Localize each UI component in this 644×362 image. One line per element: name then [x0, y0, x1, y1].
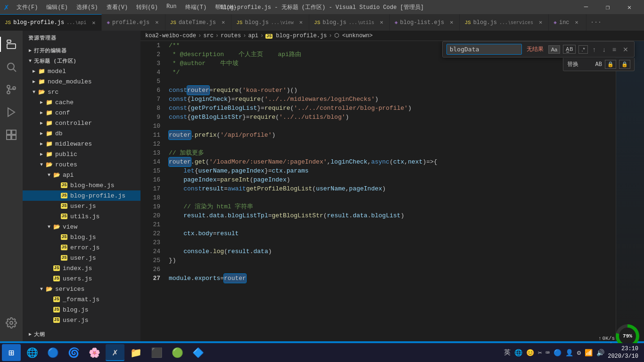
tree-item-db[interactable]: ▶ 📁 db: [23, 128, 140, 139]
tree-item-routes[interactable]: ▼ 📂 routes: [23, 159, 140, 170]
taskbar-app3[interactable]: 🌀: [64, 344, 83, 361]
tab-blog-utils[interactable]: JS blog.js ...∖utils ✕: [309, 14, 390, 31]
code-editor[interactable]: /** * @description 个人主页 api路由 * @author …: [164, 41, 616, 341]
tree-item-view[interactable]: ▼ 📂 view: [23, 222, 140, 232]
breadcrumb-part[interactable]: api: [248, 33, 258, 39]
taskbar-terminal[interactable]: ⬛: [147, 344, 166, 361]
section-npm[interactable]: ▶ NPM 脚本: [23, 339, 140, 341]
find-prev-button[interactable]: ↑: [591, 45, 598, 54]
breadcrumb-part[interactable]: JS blog-profile.js: [265, 33, 327, 39]
taskbar-app9[interactable]: 🔷: [189, 344, 207, 361]
activity-settings[interactable]: [0, 312, 23, 334]
find-whole-word[interactable]: A̲B: [563, 45, 576, 54]
menu-goto[interactable]: 转到(G): [132, 2, 162, 12]
tray-settings[interactable]: ⚙: [576, 348, 582, 358]
breadcrumb-part[interactable]: koa2-weibo-code: [145, 33, 196, 39]
tray-scissors[interactable]: ✂: [537, 348, 543, 358]
taskbar-vscode[interactable]: ✗: [106, 344, 124, 361]
tab-close-button[interactable]: ✕: [448, 18, 454, 26]
taskbar-ie[interactable]: 🌐: [23, 344, 41, 361]
menu-select[interactable]: 选择(S): [73, 2, 102, 12]
activity-extensions[interactable]: [0, 123, 23, 146]
menu-file[interactable]: 文件(F): [13, 2, 42, 12]
breadcrumb-part[interactable]: routes: [221, 33, 241, 39]
tree-item-api[interactable]: ▼ 📂 api: [23, 170, 140, 180]
tree-item-blog-js2[interactable]: JS blog.js: [23, 304, 140, 315]
find-close-button[interactable]: ✕: [621, 45, 630, 54]
tray-network[interactable]: 📶: [584, 348, 594, 358]
tree-item-utils[interactable]: JS utils.js: [23, 211, 140, 222]
taskbar-chrome[interactable]: 🔵: [43, 344, 62, 361]
tray-input[interactable]: 英: [503, 347, 512, 358]
tree-item-user-js2[interactable]: JS user.js: [23, 253, 140, 263]
tree-item-user-js3[interactable]: JS user.js: [23, 315, 140, 325]
tree-item-conf[interactable]: ▶ 📁 conf: [23, 107, 140, 118]
start-button[interactable]: ⊞: [2, 344, 21, 361]
activity-debug[interactable]: [0, 101, 23, 123]
section-open-editors[interactable]: ▶ 打开的编辑器: [23, 45, 140, 56]
tree-item-blog-js[interactable]: JS blog.js: [23, 232, 140, 242]
close-button[interactable]: ✕: [619, 0, 640, 14]
tab-profile-ejs[interactable]: ◈ profile.ejs ✕: [102, 14, 165, 31]
tree-item-users-js[interactable]: JS users.js: [23, 273, 140, 284]
tab-close-button[interactable]: ✕: [298, 18, 304, 26]
tab-close-button[interactable]: ✕: [220, 18, 226, 26]
tab-close-button[interactable]: ✕: [574, 18, 580, 26]
tray-app3[interactable]: 🔵: [553, 348, 562, 358]
taskbar-clock[interactable]: 23:10 2020/3/10: [608, 345, 638, 360]
replace-match-case-icon[interactable]: 🔒: [605, 60, 616, 69]
tree-item-cache[interactable]: ▶ 📁 cache: [23, 97, 140, 107]
activity-search[interactable]: [0, 56, 23, 78]
breadcrumb-part[interactable]: src: [203, 33, 214, 39]
find-next-button[interactable]: ↓: [601, 45, 608, 54]
tree-item-midlewares[interactable]: ▶ 📁 midlewares: [23, 139, 140, 149]
tree-item-services[interactable]: ▼ 📂 services: [23, 284, 140, 294]
tab-blog-view[interactable]: JS blog.js ...∖view ✕: [231, 14, 309, 31]
activity-git[interactable]: [0, 78, 23, 101]
tree-item-node-modules[interactable]: ▶ 📁 node_modules: [23, 76, 140, 87]
tray-keyboard[interactable]: ⌨: [545, 348, 550, 358]
menu-view[interactable]: 查看(V): [103, 2, 132, 12]
tree-item-blog-profile[interactable]: JS blog-profile.js: [23, 190, 140, 201]
tab-close-button[interactable]: ✕: [379, 18, 385, 26]
tree-item-format-js[interactable]: JS _format.js: [23, 294, 140, 304]
taskbar-explorer[interactable]: 📁: [126, 344, 145, 361]
tabs-overflow-button[interactable]: ···: [586, 14, 605, 31]
tray-app2[interactable]: 😊: [525, 348, 535, 358]
tab-blog-list[interactable]: ◈ blog-list.ejs ✕: [390, 14, 460, 31]
section-workspace[interactable]: ▼ 无标题 (工作区): [23, 56, 140, 66]
tree-item-model[interactable]: ▶ 📁 model: [23, 66, 140, 76]
tab-blog-profile[interactable]: JS blog-profile.js ...∖api ✕: [0, 14, 102, 31]
tab-inc[interactable]: ◈ inc ✕: [549, 14, 586, 31]
maximize-button[interactable]: ❐: [597, 0, 619, 14]
find-input[interactable]: [446, 44, 522, 55]
tab-blog-services[interactable]: JS blog.js ...∖services ✕: [460, 14, 549, 31]
menu-run[interactable]: Run: [163, 2, 181, 12]
section-outline[interactable]: ▶ 大纲: [23, 329, 140, 339]
replace-preserve-case-icon[interactable]: 🔒: [619, 60, 630, 69]
find-regex[interactable]: .*: [578, 45, 587, 54]
taskbar-baidumusic[interactable]: 🌸: [85, 344, 104, 361]
tree-item-controller[interactable]: ▶ 📁 controller: [23, 118, 140, 128]
tree-item-index-js[interactable]: JS index.js: [23, 263, 140, 273]
tree-item-user[interactable]: JS user.js: [23, 201, 140, 211]
tray-sound[interactable]: 🔊: [595, 348, 605, 358]
menu-edit[interactable]: 编辑(E): [42, 2, 72, 12]
taskbar-wechat[interactable]: 🟢: [168, 344, 187, 361]
minimize-button[interactable]: ─: [575, 0, 597, 14]
tab-datetime[interactable]: JS dateTime.js ✕: [165, 14, 232, 31]
tree-item-error-js[interactable]: JS error.js: [23, 242, 140, 253]
tab-close-button[interactable]: ✕: [91, 19, 97, 27]
find-expand-button[interactable]: ≡: [611, 45, 618, 54]
find-match-case[interactable]: Aa: [548, 45, 560, 54]
tree-item-public[interactable]: ▶ 📁 public: [23, 149, 140, 159]
breadcrumb-current[interactable]: ⬡ <unknown>: [334, 32, 373, 39]
tray-app1[interactable]: 🌐: [513, 348, 523, 358]
activity-explorer[interactable]: [0, 33, 23, 56]
tree-item-blog-home[interactable]: JS blog-home.js: [23, 180, 140, 190]
tab-close-button[interactable]: ✕: [537, 18, 544, 26]
tree-item-src[interactable]: ▼ 📂 src: [23, 87, 140, 97]
tray-person[interactable]: 👤: [564, 348, 574, 358]
menu-terminal[interactable]: 终端(T): [182, 2, 211, 12]
tab-close-button[interactable]: ✕: [154, 18, 160, 26]
